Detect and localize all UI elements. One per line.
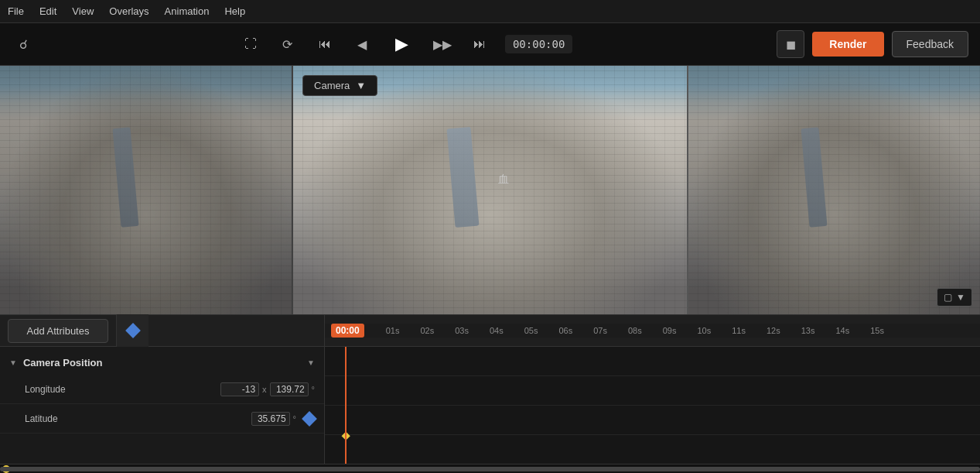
timeline-header: Add Attributes 00:00 01s 02s 03s 04s 05s — [0, 314, 980, 347]
timeline-left-panel: ▼ Camera Position ▼ Longitude -13 x 139.… — [0, 347, 325, 464]
layout-chevron: ▼ — [956, 292, 965, 303]
timeline-right-panel[interactable] — [325, 347, 980, 464]
viewport-panel-center[interactable]: Camera ▼ ⾎ — [293, 66, 688, 314]
viewport-panel-left — [0, 66, 293, 314]
feedback-button[interactable]: Feedback — [892, 31, 968, 57]
latitude-keyframe-diamond[interactable] — [302, 411, 317, 427]
viewport-bg: Camera ▼ ⾎ — [0, 66, 980, 314]
river-center — [446, 127, 479, 228]
longitude-row: Longitude -13 x 139.72 ° — [0, 375, 324, 404]
time-mark-08s: 08s — [628, 326, 642, 335]
city-scene-center — [293, 66, 687, 314]
latitude-label: Latitude — [25, 413, 251, 424]
playhead — [345, 347, 347, 464]
layout-icon-symbol: ▢ — [944, 292, 952, 303]
menu-bar: File Edit View Overlays Animation Help — [0, 0, 980, 23]
chevron-down-icon: ▼ — [356, 80, 366, 91]
camera-dropdown[interactable]: Camera ▼ — [302, 75, 377, 96]
camera-label: Camera — [314, 80, 350, 91]
play-button[interactable]: ▶ — [388, 29, 417, 59]
cursor-indicator: ⾎ — [498, 173, 509, 187]
time-mark-04s: 04s — [490, 326, 504, 335]
menu-file[interactable]: File — [8, 5, 24, 17]
scrollbar-thumb — [0, 467, 980, 471]
section-arrow-right: ▼ — [307, 358, 315, 367]
time-mark-current: 00:00 — [331, 324, 364, 338]
viewport-panel-right — [688, 66, 980, 314]
viewport: Camera ▼ ⾎ ▢ ▼ — [0, 66, 980, 314]
river-left — [112, 128, 138, 228]
add-attributes-button[interactable]: Add Attributes — [8, 319, 108, 343]
step-forward-button[interactable]: ▶▶ — [431, 33, 454, 56]
menu-edit[interactable]: Edit — [39, 5, 56, 17]
longitude-x-value[interactable]: -13 — [220, 382, 259, 396]
search-button[interactable]: ☌ — [12, 33, 35, 56]
time-mark-03s: 03s — [455, 326, 469, 335]
time-mark-12s: 12s — [767, 326, 780, 335]
menu-overlays[interactable]: Overlays — [109, 5, 149, 17]
time-mark-11s: 11s — [732, 326, 746, 335]
time-mark-06s: 06s — [558, 326, 572, 335]
tl-row-section — [325, 347, 980, 376]
keyframe-icon[interactable] — [116, 314, 149, 347]
main-content: Camera ▼ ⾎ ▢ ▼ Add Attributes — [0, 66, 980, 473]
latitude-deg: ° — [293, 414, 296, 423]
tl-row-longitude — [325, 376, 980, 406]
timeline-scrollbar[interactable] — [0, 464, 980, 473]
city-scene-right — [688, 66, 980, 314]
tl-row-latitude — [325, 406, 980, 435]
fullscreen-button[interactable]: ⛶ — [239, 33, 262, 56]
time-mark-14s: 14s — [835, 326, 849, 335]
skip-end-button[interactable]: ⏭ — [468, 33, 491, 56]
latitude-value[interactable]: 35.675 ° — [251, 412, 296, 426]
city-scene-left — [0, 66, 292, 314]
timeline-area: Add Attributes 00:00 01s 02s 03s 04s 05s — [0, 314, 980, 473]
time-mark-15s: 15s — [870, 326, 884, 335]
x-separator: x — [262, 385, 267, 394]
skip-start-button[interactable]: ⏮ — [313, 33, 336, 56]
render-button[interactable]: Render — [812, 32, 883, 57]
menu-view[interactable]: View — [72, 5, 94, 17]
timeline-body: ▼ Camera Position ▼ Longitude -13 x 139.… — [0, 347, 980, 464]
collapse-arrow: ▼ — [9, 358, 17, 367]
image-button[interactable]: ◼ — [777, 30, 804, 58]
longitude-label: Longitude — [25, 384, 220, 395]
time-mark-05s: 05s — [524, 326, 538, 335]
time-mark-13s: 13s — [801, 326, 815, 335]
time-mark-10s: 10s — [697, 326, 711, 335]
river-right — [801, 128, 827, 228]
menu-animation[interactable]: Animation — [165, 5, 210, 17]
longitude-num-value[interactable]: 139.72 — [270, 382, 309, 396]
layout-icon[interactable]: ▢ ▼ — [937, 288, 972, 307]
timeline-ruler: 00:00 01s 02s 03s 04s 05s 06s 07s 08s 09… — [325, 324, 980, 338]
loop-button[interactable]: ⟳ — [276, 33, 299, 56]
longitude-value[interactable]: -13 x 139.72 ° — [220, 382, 315, 396]
step-back-button[interactable]: ◀ — [350, 33, 374, 56]
latitude-row: Latitude 35.675 ° — [0, 404, 324, 434]
longitude-deg: ° — [312, 385, 315, 394]
diamond-icon — [125, 323, 141, 338]
camera-position-section[interactable]: ▼ Camera Position ▼ — [0, 351, 324, 375]
menu-help[interactable]: Help — [224, 5, 245, 17]
latitude-num-value[interactable]: 35.675 — [251, 412, 290, 426]
time-mark-09s: 09s — [663, 326, 677, 335]
toolbar: ☌ ⛶ ⟳ ⏮ ◀ ▶ ▶▶ ⏭ 00:00:00 ◼ Render Feedb… — [0, 23, 980, 66]
section-title: Camera Position — [23, 357, 103, 368]
time-display: 00:00:00 — [505, 35, 572, 53]
time-mark-01s: 01s — [386, 326, 400, 335]
time-mark-02s: 02s — [420, 326, 434, 335]
time-mark-07s: 07s — [593, 326, 607, 335]
